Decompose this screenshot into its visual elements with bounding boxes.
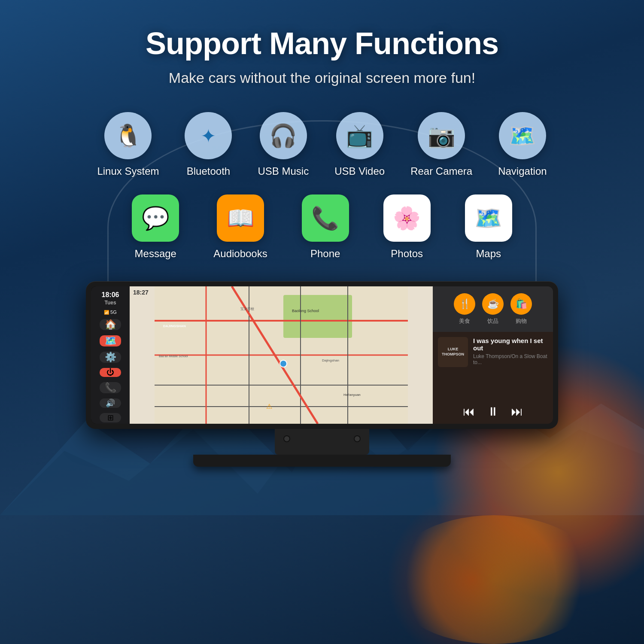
feature-usb-video: 📺 USB Video (334, 112, 385, 177)
rear-camera-label: Rear Camera (410, 165, 472, 177)
song-artist: Luke Thompson/On a Slow Boat to... (473, 353, 548, 365)
screen-sidebar: 18:06 Tues 📶 5G 🏠 🗺️ ⚙️ ⏻ 📞 🔊 ⊞ (91, 286, 130, 424)
device-base (193, 455, 451, 467)
feature-bluetooth: ✦ Bluetooth (185, 112, 232, 177)
music-info: LUKE THOMPSON I was young when I set out… (438, 337, 548, 367)
feature-phone: 📞 Phone (302, 194, 349, 260)
usb-music-icon: 🎧 (269, 123, 297, 149)
message-app-icon: 💬 (132, 194, 179, 242)
main-title: Support Many Functions (146, 26, 498, 61)
signal-type: 5G (110, 310, 117, 315)
shopping-label: 购物 (516, 317, 527, 325)
drinks-btn[interactable]: ☕ 饮品 (482, 293, 504, 325)
photos-app-icon: 🌸 (383, 194, 431, 242)
maps-icon: 🗺️ (474, 205, 502, 231)
song-title: I was young when I set out (473, 337, 548, 352)
quick-actions: 🍴 美食 ☕ 饮品 🛍️ (433, 286, 553, 332)
navigation-icon: 🗺️ (508, 123, 536, 149)
audiobooks-label: Audiobooks (213, 248, 267, 260)
menu-icon[interactable]: ⊞ (100, 413, 121, 422)
phone-icon: 📞 (311, 205, 339, 231)
volume-icon[interactable]: 🔊 (100, 398, 121, 408)
bluetooth-label: Bluetooth (187, 165, 230, 177)
music-panel: LUKE THOMPSON I was young when I set out… (433, 332, 553, 424)
maps-app-icon: 🗺️ (465, 194, 512, 242)
linux-icon-circle: 🐧 (104, 112, 152, 159)
screen-map: 18:27 (130, 286, 433, 424)
feature-navigation: 🗺️ Navigation (498, 112, 547, 177)
rear-camera-icon-circle: 📷 (418, 112, 465, 159)
bluetooth-icon-circle: ✦ (185, 112, 232, 159)
map-time: 18:27 (133, 289, 149, 296)
main-content: Support Many Functions Make cars without… (0, 0, 644, 467)
signal-bars: 📶 (104, 310, 109, 315)
feature-maps: 🗺️ Maps (465, 194, 512, 260)
device-outer-shell: 18:06 Tues 📶 5G 🏠 🗺️ ⚙️ ⏻ 📞 🔊 ⊞ (86, 281, 558, 429)
clock-day: Tues (94, 300, 127, 307)
settings-icon[interactable]: ⚙️ (100, 352, 121, 363)
phone-app-icon: 📞 (302, 194, 349, 242)
navigation-label: Navigation (498, 165, 547, 177)
svg-rect-3 (283, 295, 352, 338)
usb-video-icon-circle: 📺 (336, 112, 383, 159)
food-btn[interactable]: 🍴 美食 (454, 293, 475, 325)
audiobooks-app-icon: 📖 (217, 194, 264, 242)
shopping-icon: 🛍️ (516, 298, 527, 310)
features-row-1: 🐧 Linux System ✦ Bluetooth 🎧 USB Music 📺… (0, 112, 644, 177)
device-screen: 18:06 Tues 📶 5G 🏠 🗺️ ⚙️ ⏻ 📞 🔊 ⊞ (91, 286, 553, 424)
stand-screw-right (354, 435, 361, 442)
maps-label: Maps (476, 248, 501, 260)
music-controls: ⏮ ⏸ ⏭ (438, 404, 548, 419)
bluetooth-icon: ✦ (200, 125, 216, 147)
album-artist-text: LUKE THOMPSON (438, 345, 468, 358)
usb-music-icon-circle: 🎧 (260, 112, 307, 159)
rear-camera-icon: 📷 (428, 123, 456, 149)
device-stand (275, 429, 369, 455)
svg-point-13 (280, 360, 287, 367)
features-row-2: 💬 Message 📖 Audiobooks 📞 Phone 🌸 Photos (0, 194, 644, 260)
album-art: LUKE THOMPSON (438, 337, 468, 367)
feature-rear-camera: 📷 Rear Camera (410, 112, 472, 177)
home-icon[interactable]: 🏠 (100, 319, 121, 330)
time-display: 18:06 Tues (94, 291, 127, 306)
device-mockup: 18:06 Tues 📶 5G 🏠 🗺️ ⚙️ ⏻ 📞 🔊 ⊞ (86, 281, 558, 467)
song-details: I was young when I set out Luke Thompson… (473, 337, 548, 367)
food-label: 美食 (459, 317, 470, 325)
phone-label: Phone (310, 248, 340, 260)
message-label: Message (135, 248, 176, 260)
maps-nav-icon[interactable]: 🗺️ (100, 335, 121, 346)
power-icon[interactable]: ⏻ (100, 368, 121, 377)
shopping-btn[interactable]: 🛍️ 购物 (510, 293, 532, 325)
message-icon: 💬 (142, 205, 170, 231)
call-icon[interactable]: 📞 (100, 382, 121, 393)
svg-text:Dajingshan: Dajingshan (322, 358, 339, 362)
screen-right-panel: 🍴 美食 ☕ 饮品 🛍️ (433, 286, 553, 424)
drinks-icon: ☕ (487, 298, 499, 310)
food-icon: 🍴 (459, 298, 471, 310)
next-button[interactable]: ⏭ (511, 404, 523, 419)
audiobooks-icon: 📖 (227, 205, 255, 231)
feature-usb-music: 🎧 USB Music (258, 112, 309, 177)
svg-text:Hai'anyuan: Hai'anyuan (343, 393, 361, 397)
feature-message: 💬 Message (132, 194, 179, 260)
stand-screw-left (283, 435, 290, 442)
feature-audiobooks: 📖 Audiobooks (213, 194, 267, 260)
play-pause-button[interactable]: ⏸ (487, 404, 499, 419)
svg-text:Baolong School: Baolong School (292, 309, 319, 313)
navigation-icon-circle: 🗺️ (499, 112, 546, 159)
photos-label: Photos (391, 248, 423, 260)
svg-text:Bao'an Middle School: Bao'an Middle School (159, 355, 188, 358)
linux-icon: 🐧 (114, 123, 142, 149)
feature-photos: 🌸 Photos (383, 194, 431, 260)
usb-music-label: USB Music (258, 165, 309, 177)
map-svg: ⚠ Baolong School 宝龙学校 DAJINGSHAN Dajings… (130, 286, 433, 424)
svg-text:DAJINGSHAN: DAJINGSHAN (163, 324, 186, 328)
usb-video-label: USB Video (334, 165, 385, 177)
sub-title: Make cars without the original screen mo… (169, 70, 475, 86)
prev-button[interactable]: ⏮ (463, 404, 475, 419)
clock-time: 18:06 (94, 291, 127, 300)
feature-linux: 🐧 Linux System (97, 112, 159, 177)
photos-icon: 🌸 (393, 205, 421, 231)
linux-label: Linux System (97, 165, 159, 177)
drinks-label: 饮品 (487, 317, 498, 325)
